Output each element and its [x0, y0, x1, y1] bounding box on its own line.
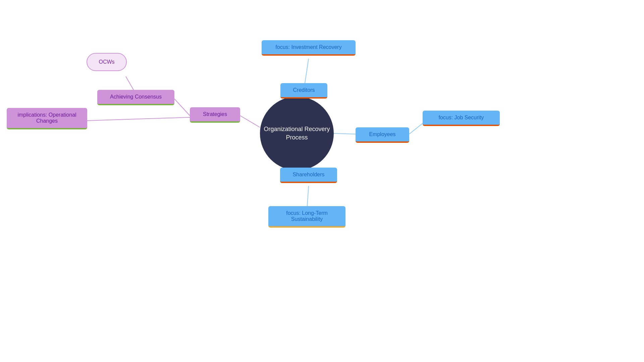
implications-node[interactable]: implications: Operational Changes — [7, 108, 87, 129]
svg-line-6 — [240, 116, 260, 127]
ocws-label: OCWs — [99, 59, 114, 65]
shareholders-label: Shareholders — [292, 172, 324, 178]
investment-label: focus: Investment Recovery — [275, 44, 341, 50]
ocws-node[interactable]: OCWs — [87, 53, 127, 71]
svg-line-9 — [87, 117, 190, 121]
job-security-label: focus: Job Security — [438, 115, 484, 121]
implications-label: implications: Operational Changes — [13, 112, 81, 124]
strategies-node[interactable]: Strategies — [190, 107, 240, 123]
sustainability-node[interactable]: focus: Long-Term Sustainability — [268, 206, 345, 228]
svg-line-7 — [174, 99, 190, 116]
employees-node[interactable]: Employees — [356, 127, 409, 143]
job-security-node[interactable]: focus: Job Security — [423, 111, 500, 126]
shareholders-node[interactable]: Shareholders — [280, 168, 337, 183]
svg-line-2 — [334, 133, 356, 134]
center-node[interactable]: Organizational Recovery Process — [260, 97, 334, 170]
consensus-node[interactable]: Achieving Consensus — [97, 90, 174, 105]
strategies-label: Strategies — [203, 111, 227, 117]
creditors-node[interactable]: Creditors — [280, 83, 327, 99]
consensus-label: Achieving Consensus — [110, 94, 162, 100]
sustainability-label: focus: Long-Term Sustainability — [274, 210, 339, 222]
investment-recovery-node[interactable]: focus: Investment Recovery — [262, 40, 356, 56]
center-label: Organizational Recovery Process — [260, 125, 334, 142]
svg-line-3 — [409, 123, 423, 134]
creditors-label: Creditors — [293, 87, 315, 93]
employees-label: Employees — [369, 131, 395, 137]
